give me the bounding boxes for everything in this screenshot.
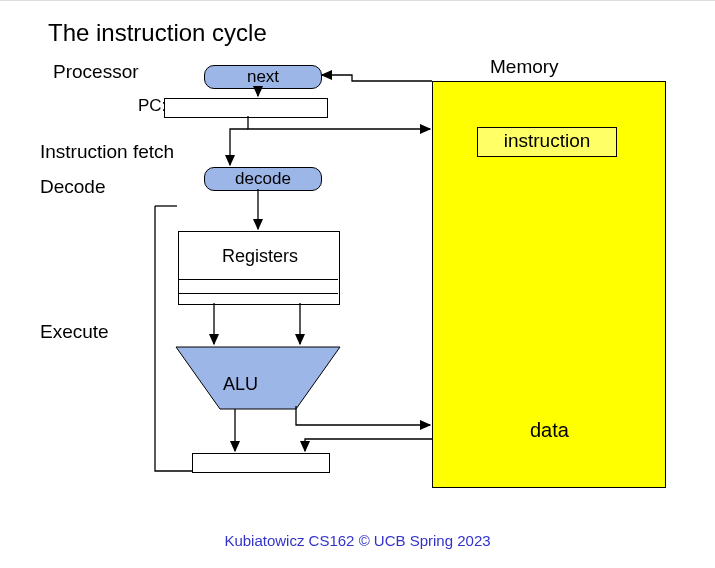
alu-label: ALU	[223, 374, 258, 395]
diagram-svg	[0, 1, 715, 568]
alu-output-register	[192, 453, 330, 473]
footer-credit: Kubiatowicz CS162 © UCB Spring 2023	[0, 532, 715, 549]
diagram-stage: The instruction cycle Processor Memory I…	[0, 0, 715, 568]
